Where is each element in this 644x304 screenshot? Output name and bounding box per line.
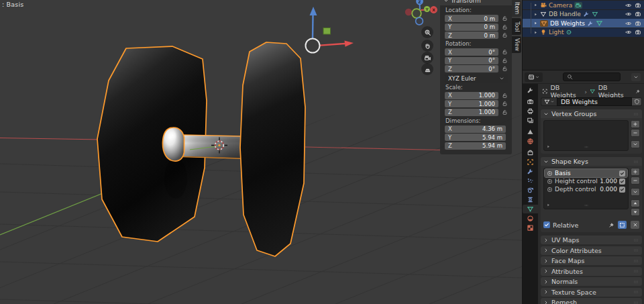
tab-view[interactable]: View (512, 36, 521, 53)
hide-eye-icon[interactable] (625, 29, 632, 36)
outliner-row-db-weights[interactable]: DB Weights (523, 19, 644, 28)
disable-render-icon[interactable] (635, 11, 641, 17)
lock-open-icon[interactable] (498, 101, 508, 107)
disable-render-icon[interactable] (635, 2, 641, 9)
drag-grip-icon[interactable] (633, 237, 639, 244)
shape-key-row-depth-control[interactable]: Depth control 0.000 (545, 185, 627, 193)
section-uv-maps[interactable]: UV Maps (541, 236, 642, 244)
disable-render-icon[interactable] (635, 20, 641, 27)
remove-shape-key-button[interactable] (631, 176, 640, 185)
drag-grip-icon[interactable] (633, 299, 639, 304)
editor-type-button[interactable] (525, 72, 543, 82)
resize-grip-icon[interactable] (583, 144, 590, 150)
scale-x-field[interactable]: X1.000 (445, 92, 498, 99)
location-x-field[interactable]: X0 m (445, 15, 498, 22)
tab-world[interactable] (523, 137, 538, 146)
lock-open-icon[interactable] (498, 58, 508, 64)
drag-grip-icon[interactable] (633, 289, 639, 295)
shape-key-mute-checkbox[interactable] (619, 170, 625, 176)
zoom-in-button[interactable] (421, 26, 433, 38)
hide-eye-icon[interactable] (625, 11, 632, 17)
rotation-x-field[interactable]: X0° (445, 48, 498, 56)
outliner-row-light[interactable]: Light (523, 28, 644, 37)
vertex-group-specials-button[interactable] (631, 140, 640, 148)
modifier-wrench-icon[interactable] (583, 11, 590, 17)
scale-z-field[interactable]: Z1.000 (445, 109, 498, 116)
disclosure-icon[interactable] (533, 3, 538, 7)
camera-data-icon[interactable] (574, 2, 582, 9)
shape-key-lock-pin-icon[interactable] (608, 221, 615, 228)
drag-grip-icon[interactable] (633, 247, 639, 254)
tab-constraints[interactable] (523, 195, 538, 204)
tab-scene[interactable] (523, 128, 538, 136)
outliner-row-db-handle[interactable]: DB Handle (523, 10, 644, 19)
scale-y-field[interactable]: Y1.000 (445, 100, 498, 107)
clear-shape-keys-button[interactable] (631, 221, 639, 229)
breadcrumb-object[interactable]: DB Weights (551, 84, 582, 99)
tab-material[interactable] (523, 214, 538, 223)
section-normals[interactable]: Normals (541, 277, 642, 286)
mesh-data-icon[interactable] (596, 19, 603, 27)
add-vertex-group-button[interactable] (631, 120, 640, 128)
resize-grip-icon[interactable] (583, 203, 590, 208)
breadcrumb-data[interactable]: DB Weights (598, 84, 630, 99)
dimensions-x-field[interactable]: X4.36 m (445, 125, 506, 133)
section-remesh[interactable]: Remesh (541, 298, 642, 304)
rotation-z-field[interactable]: Z0° (445, 65, 498, 72)
list-filter-toggle-icon[interactable] (546, 203, 551, 207)
fake-user-shield-button[interactable] (632, 97, 642, 106)
section-face-maps[interactable]: Face Maps (541, 256, 642, 265)
light-data-icon[interactable] (566, 29, 572, 36)
tab-item[interactable]: Item (512, 0, 521, 17)
lock-open-icon[interactable] (498, 93, 508, 99)
drag-grip-icon[interactable] (633, 278, 639, 285)
section-texture-space[interactable]: Texture Space (541, 288, 642, 297)
disclosure-icon[interactable] (533, 12, 538, 17)
grid-perspective-button[interactable] (421, 63, 433, 75)
shape-keys-header[interactable]: Shape Keys (541, 157, 642, 166)
relative-checkbox[interactable] (543, 221, 550, 228)
search-input[interactable] (563, 72, 621, 81)
tab-collection[interactable] (523, 148, 538, 157)
tab-object-data[interactable] (523, 205, 538, 213)
tab-render[interactable] (523, 97, 538, 106)
drag-grip-icon[interactable] (633, 111, 639, 117)
tab-tool[interactable] (523, 86, 538, 95)
rotation-y-field[interactable]: Y0° (445, 57, 498, 64)
tab-object[interactable] (523, 158, 538, 166)
hide-eye-icon[interactable] (625, 2, 632, 9)
datablock-type-button[interactable] (541, 97, 557, 106)
location-z-field[interactable]: Z0 m (445, 32, 498, 39)
tab-modifiers[interactable] (523, 167, 538, 176)
shape-key-mute-checkbox[interactable] (619, 179, 625, 185)
drag-grip-icon[interactable] (633, 268, 639, 274)
tab-output[interactable] (523, 107, 538, 115)
tab-physics[interactable] (523, 186, 538, 195)
dimensions-y-field[interactable]: Y5.94 m (445, 134, 506, 141)
disclosure-icon[interactable] (533, 30, 538, 35)
lock-open-icon[interactable] (498, 49, 508, 55)
disable-render-icon[interactable] (635, 29, 641, 36)
lock-open-icon[interactable] (498, 32, 508, 38)
list-filter-toggle-icon[interactable] (546, 144, 551, 149)
mesh-data-icon[interactable] (592, 11, 598, 17)
disclosure-icon[interactable] (533, 21, 538, 26)
section-attributes[interactable]: Attributes (541, 267, 642, 276)
shape-key-mute-checkbox[interactable] (619, 187, 625, 193)
vertex-groups-header[interactable]: Vertex Groups (541, 109, 642, 118)
pan-hand-button[interactable] (421, 40, 433, 52)
move-shape-key-up-button[interactable] (631, 199, 640, 207)
pin-icon[interactable] (635, 88, 641, 95)
modifier-wrench-icon[interactable] (587, 20, 594, 27)
shape-key-specials-button[interactable] (631, 188, 640, 196)
camera-view-button[interactable] (421, 52, 433, 64)
add-shape-key-button[interactable] (631, 168, 640, 176)
remove-vertex-group-button[interactable] (631, 129, 640, 137)
tab-particles[interactable] (523, 176, 538, 185)
section-color-attributes[interactable]: Color Attributes (541, 246, 642, 255)
tab-texture[interactable] (523, 223, 538, 232)
lock-open-icon[interactable] (498, 24, 508, 30)
dimensions-z-field[interactable]: Z5.94 m (445, 142, 506, 150)
vertex-groups-list[interactable] (543, 120, 629, 151)
transform-panel-header[interactable]: Transform (440, 0, 512, 5)
